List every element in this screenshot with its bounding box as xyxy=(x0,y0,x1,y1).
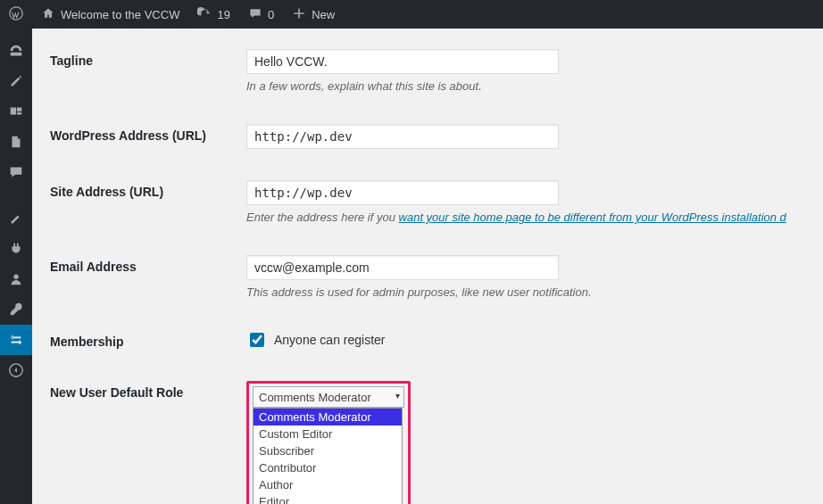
admin-sidemenu xyxy=(0,29,32,504)
comment-icon xyxy=(248,6,262,23)
site-link[interactable]: Welcome to the VCCW xyxy=(32,0,188,29)
menu-plugins[interactable] xyxy=(0,234,32,264)
comments-link[interactable]: 0 xyxy=(239,0,283,29)
wp-logo[interactable] xyxy=(0,0,32,29)
select-default-role[interactable]: Comments Moderator xyxy=(253,386,404,408)
role-option[interactable]: Editor xyxy=(254,493,402,504)
role-option[interactable]: Contributor xyxy=(254,459,402,476)
menu-tools[interactable] xyxy=(0,294,32,325)
label-tagline: Tagline xyxy=(50,36,246,111)
menu-media[interactable] xyxy=(0,96,32,127)
label-site-address: Site Address (URL) xyxy=(50,167,246,242)
new-label: New xyxy=(312,8,335,21)
desc-tagline: In a few words, explain what this site i… xyxy=(246,79,796,93)
role-option[interactable]: Author xyxy=(254,476,402,493)
wordpress-icon xyxy=(9,6,23,23)
link-site-address-help[interactable]: want your site home page to be different… xyxy=(399,211,786,224)
role-option[interactable]: Comments Moderator xyxy=(254,409,402,426)
desc-email: This address is used for admin purposes,… xyxy=(246,285,796,299)
comments-count: 0 xyxy=(268,8,274,21)
updates-link[interactable]: 19 xyxy=(188,0,238,29)
plus-icon xyxy=(292,6,306,23)
label-membership: Membership xyxy=(50,317,246,368)
menu-pages[interactable] xyxy=(0,127,32,157)
menu-appearance[interactable] xyxy=(0,203,32,234)
default-role-options: Comments Moderator Custom Editor Subscri… xyxy=(253,408,403,504)
membership-checkbox-label[interactable]: Anyone can register xyxy=(246,330,796,350)
menu-collapse[interactable] xyxy=(0,355,32,385)
role-option[interactable]: Subscriber xyxy=(254,442,402,459)
admin-bar: Welcome to the VCCW 19 0 New xyxy=(0,0,823,29)
input-wp-address[interactable] xyxy=(246,124,559,149)
label-email: Email Address xyxy=(50,242,246,317)
form-table: Tagline In a few words, explain what thi… xyxy=(50,36,805,504)
svg-point-0 xyxy=(10,6,22,19)
menu-users[interactable] xyxy=(0,264,32,294)
updates-count: 19 xyxy=(217,8,229,21)
menu-comments[interactable] xyxy=(0,157,32,187)
label-default-role: New User Default Role xyxy=(50,368,246,504)
new-link[interactable]: New xyxy=(283,0,344,29)
membership-cb-text: Anyone can register xyxy=(274,333,386,347)
site-title: Welcome to the VCCW xyxy=(61,8,179,21)
settings-general: Tagline In a few words, explain what thi… xyxy=(32,29,823,504)
role-option[interactable]: Custom Editor xyxy=(254,426,402,442)
desc-site-address: Enter the address here if you want your … xyxy=(246,211,796,224)
input-tagline[interactable] xyxy=(246,49,559,74)
menu-dashboard[interactable] xyxy=(0,36,32,66)
checkbox-membership[interactable] xyxy=(250,333,264,347)
home-icon xyxy=(41,6,55,23)
update-icon xyxy=(197,6,212,23)
label-wp-address: WordPress Address (URL) xyxy=(50,111,246,167)
input-site-address[interactable] xyxy=(246,180,559,205)
menu-settings[interactable] xyxy=(0,325,32,355)
input-email[interactable] xyxy=(246,255,559,280)
default-role-wrap: Comments Moderator Comments Moderator Cu… xyxy=(246,381,404,504)
menu-posts[interactable] xyxy=(0,66,32,96)
